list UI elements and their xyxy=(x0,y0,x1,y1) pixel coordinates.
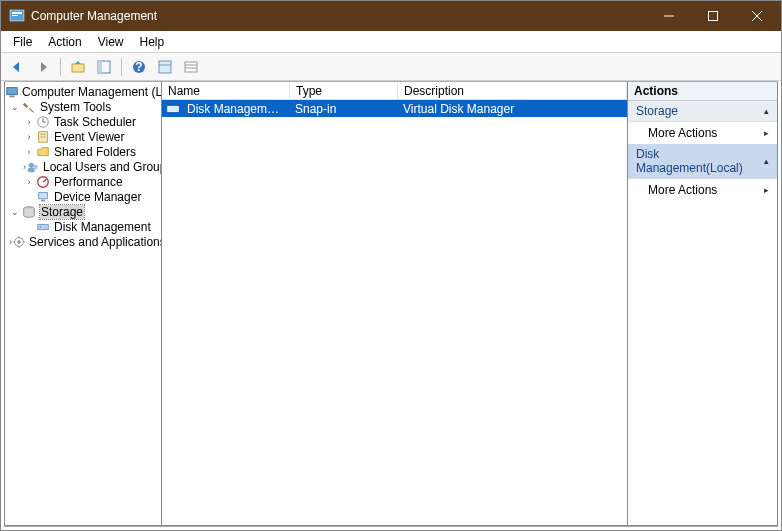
event-icon xyxy=(35,129,51,144)
svg-rect-30 xyxy=(39,192,48,198)
properties-button[interactable] xyxy=(153,55,177,79)
expand-icon[interactable]: › xyxy=(23,117,35,127)
tree-local-users[interactable]: › Local Users and Groups xyxy=(5,159,161,174)
svg-rect-2 xyxy=(12,15,18,16)
list-row[interactable]: Disk Management(Loc... Snap-in Virtual D… xyxy=(162,100,627,117)
collapse-icon: ▴ xyxy=(764,106,769,116)
svg-rect-1 xyxy=(12,12,22,14)
clock-icon xyxy=(35,114,51,129)
actions-more-storage[interactable]: More Actions ▸ xyxy=(628,122,777,144)
performance-icon xyxy=(35,174,51,189)
back-button[interactable] xyxy=(5,55,29,79)
actions-more-disk-management[interactable]: More Actions ▸ xyxy=(628,179,777,201)
maximize-button[interactable] xyxy=(691,1,735,31)
computer-icon xyxy=(5,84,19,99)
device-icon xyxy=(35,189,51,204)
disk-icon xyxy=(165,101,181,117)
content-area: Computer Management (Local) ⌄ System Too… xyxy=(4,81,778,527)
menu-bar: File Action View Help xyxy=(1,31,781,53)
tree-disk-management[interactable]: Disk Management xyxy=(5,219,161,234)
minimize-button[interactable] xyxy=(647,1,691,31)
storage-icon xyxy=(21,204,37,219)
tree-services-apps[interactable]: › Services and Applications xyxy=(5,234,161,249)
svg-point-36 xyxy=(17,240,21,244)
svg-point-38 xyxy=(170,108,172,110)
collapse-icon[interactable]: ⌄ xyxy=(9,207,21,217)
svg-rect-14 xyxy=(185,62,197,72)
up-button[interactable] xyxy=(66,55,90,79)
svg-point-25 xyxy=(29,162,34,167)
menu-view[interactable]: View xyxy=(90,33,132,51)
tree-device-manager[interactable]: Device Manager xyxy=(5,189,161,204)
cell-type: Snap-in xyxy=(289,102,397,116)
collapse-icon[interactable]: ⌄ xyxy=(9,102,21,112)
tree-event-viewer[interactable]: › Event Viewer xyxy=(5,129,161,144)
column-name[interactable]: Name xyxy=(162,82,290,99)
disk-icon xyxy=(35,219,51,234)
cell-description: Virtual Disk Manager xyxy=(397,102,627,116)
toolbar: ? xyxy=(1,53,781,81)
svg-point-34 xyxy=(40,226,42,228)
svg-rect-31 xyxy=(41,199,45,201)
svg-rect-9 xyxy=(98,61,102,73)
services-icon xyxy=(12,234,26,249)
menu-action[interactable]: Action xyxy=(40,33,89,51)
tree-system-tools[interactable]: ⌄ System Tools xyxy=(5,99,161,114)
svg-rect-18 xyxy=(9,95,14,97)
svg-rect-12 xyxy=(159,61,171,73)
cell-name: Disk Management(Loc... xyxy=(181,102,289,116)
svg-rect-4 xyxy=(709,12,718,21)
svg-rect-37 xyxy=(168,106,179,111)
expand-icon[interactable]: › xyxy=(23,132,35,142)
column-description[interactable]: Description xyxy=(398,82,627,99)
tree-pane: Computer Management (Local) ⌄ System Too… xyxy=(4,82,162,526)
svg-text:?: ? xyxy=(135,60,142,74)
submenu-icon: ▸ xyxy=(764,185,769,195)
app-icon xyxy=(9,8,25,24)
actions-title: Actions xyxy=(628,82,777,101)
collapse-icon: ▴ xyxy=(764,156,769,166)
menu-file[interactable]: File xyxy=(5,33,40,51)
actions-pane: Actions Storage ▴ More Actions ▸ Disk Ma… xyxy=(628,82,778,526)
tree-storage[interactable]: ⌄ Storage xyxy=(5,204,161,219)
column-type[interactable]: Type xyxy=(290,82,398,99)
actions-group-disk-management[interactable]: Disk Management(Local) ▴ xyxy=(628,144,777,179)
list-button[interactable] xyxy=(179,55,203,79)
users-icon xyxy=(26,159,40,174)
list-pane: Name Type Description Disk Management(Lo… xyxy=(162,82,628,526)
tree-performance[interactable]: › Performance xyxy=(5,174,161,189)
svg-rect-27 xyxy=(28,167,35,171)
svg-line-29 xyxy=(43,179,47,182)
menu-help[interactable]: Help xyxy=(132,33,173,51)
svg-rect-17 xyxy=(7,87,18,94)
svg-rect-33 xyxy=(38,224,49,229)
list-header: Name Type Description xyxy=(162,82,627,100)
tree-root[interactable]: Computer Management (Local) xyxy=(5,84,161,99)
window-title: Computer Management xyxy=(31,9,647,23)
actions-group-storage[interactable]: Storage ▴ xyxy=(628,101,777,122)
tree-shared-folders[interactable]: › Shared Folders xyxy=(5,144,161,159)
show-hide-tree-button[interactable] xyxy=(92,55,116,79)
tools-icon xyxy=(21,99,37,114)
tree-task-scheduler[interactable]: › Task Scheduler xyxy=(5,114,161,129)
toolbar-separator xyxy=(121,58,122,76)
help-button[interactable]: ? xyxy=(127,55,151,79)
folder-share-icon xyxy=(35,144,51,159)
svg-rect-7 xyxy=(72,64,84,72)
submenu-icon: ▸ xyxy=(764,128,769,138)
title-bar: Computer Management xyxy=(1,1,781,31)
expand-icon[interactable]: › xyxy=(23,177,35,187)
forward-button[interactable] xyxy=(31,55,55,79)
toolbar-separator xyxy=(60,58,61,76)
close-button[interactable] xyxy=(735,1,779,31)
expand-icon[interactable]: › xyxy=(23,147,35,157)
